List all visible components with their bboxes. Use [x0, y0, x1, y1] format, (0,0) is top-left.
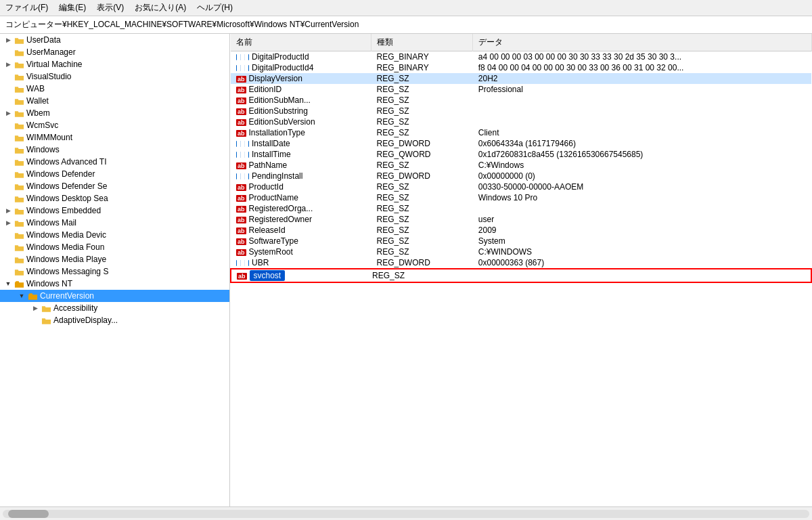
ab-icon: ab	[236, 108, 246, 115]
tree-item-22[interactable]: ▶ Accessibility	[0, 302, 229, 314]
reg-type-cell: REG_SZ	[371, 214, 473, 225]
reg-name: PendingInstall	[252, 171, 302, 181]
tree-item-21[interactable]: ▼ CurrentVersion	[0, 290, 229, 302]
reg-type-cell: REG_SZ	[371, 225, 473, 236]
table-row[interactable]: abEditionSubstringREG_SZ	[231, 106, 811, 116]
tree-panel[interactable]: ▶ UserData UserManager ▶ Virtual Machine…	[0, 34, 230, 506]
bottom-scrollbar[interactable]	[0, 506, 812, 520]
tree-arrow[interactable]: ▼	[3, 278, 14, 289]
menu-favorites[interactable]: お気に入り(A)	[135, 2, 186, 14]
table-row[interactable]: abPathNameREG_SZC:¥Windows	[231, 160, 811, 171]
main-container: ▶ UserData UserManager ▶ Virtual Machine…	[0, 34, 812, 506]
menu-help[interactable]: ヘルプ(H)	[197, 2, 233, 14]
reg-data-cell: f8 04 00 00 04 00 00 00 30 00 33 00 36 0…	[473, 62, 811, 73]
tree-item-20[interactable]: ▼ Windows NT	[0, 278, 229, 290]
reg-type-cell: REG_SZ	[371, 160, 473, 171]
tree-item-12[interactable]: Windows Defender Se	[0, 180, 229, 192]
table-row[interactable]: abEditionSubVersionREG_SZ	[231, 116, 811, 127]
tree-item-14[interactable]: ▶ Windows Embedded	[0, 204, 229, 217]
reg-name-cell: abSoftwareType	[231, 236, 371, 246]
tree-arrow-empty	[3, 95, 14, 106]
tree-item-1[interactable]: UserManager	[0, 46, 229, 58]
tree-item-11[interactable]: Windows Defender	[0, 168, 229, 180]
tree-item-6[interactable]: ▶ Wbem	[0, 107, 229, 119]
tree-item-2[interactable]: ▶ Virtual Machine	[0, 58, 229, 70]
tree-item-0[interactable]: ▶ UserData	[0, 34, 229, 46]
binary-icon: ███	[236, 141, 249, 147]
tree-arrow[interactable]: ▶	[30, 303, 41, 313]
ab-icon: ab	[236, 228, 246, 234]
table-row[interactable]: abEditionSubMan...REG_SZ	[231, 95, 811, 106]
tree-item-17[interactable]: Windows Media Foun	[0, 241, 229, 253]
tree-label: Wallet	[26, 96, 49, 106]
tree-item-4[interactable]: WAB	[0, 83, 229, 95]
reg-data-cell: System	[473, 236, 811, 246]
reg-data-cell	[473, 116, 811, 127]
reg-name: EditionID	[249, 85, 282, 94]
folder-icon	[14, 242, 24, 253]
tree-label: Windows Messaging S	[26, 267, 108, 276]
table-row[interactable]: abInstallationTypeREG_SZClient	[231, 127, 811, 138]
registry-table: 名前 種類 データ ███DigitalProductIdREG_BINARYa…	[230, 34, 812, 283]
scrollbar-track[interactable]	[3, 510, 809, 518]
registry-panel[interactable]: 名前 種類 データ ███DigitalProductIdREG_BINARYa…	[230, 34, 812, 506]
table-row[interactable]: abDisplayVersionREG_SZ20H2	[231, 73, 811, 84]
tree-item-5[interactable]: Wallet	[0, 95, 229, 107]
col-header-data[interactable]: データ	[473, 34, 811, 51]
table-row[interactable]: abSystemRootREG_SZC:¥WINDOWS	[231, 246, 811, 257]
menu-edit[interactable]: 編集(E)	[59, 2, 86, 14]
col-header-name[interactable]: 名前	[231, 34, 371, 51]
scrollbar-thumb[interactable]	[8, 510, 49, 518]
tree-arrow[interactable]: ▶	[3, 217, 14, 228]
table-row[interactable]: ███InstallTimeREG_QWORD0x1d7260831c8a455…	[231, 149, 811, 160]
reg-name: RegisteredOrga...	[249, 204, 313, 213]
folder-icon	[41, 315, 51, 326]
tree-item-18[interactable]: Windows Media Playe	[0, 253, 229, 265]
reg-name-cell: ███DigitalProductId	[231, 51, 371, 63]
tree-item-8[interactable]: WIMMMount	[0, 131, 229, 144]
tree-arrow-empty	[3, 254, 14, 265]
reg-data-cell: 0x00000000 (0)	[473, 171, 811, 181]
tree-arrow[interactable]: ▶	[3, 35, 14, 45]
reg-name-cell: abReleaseId	[231, 225, 371, 236]
menu-view[interactable]: 表示(V)	[97, 2, 124, 14]
tree-label: Windows Mail	[26, 218, 76, 228]
reg-type-cell: REG_SZ	[371, 181, 473, 192]
ab-icon: ab	[236, 76, 246, 83]
ab-icon: ab	[236, 98, 246, 104]
red-box-data	[722, 269, 811, 282]
menu-file[interactable]: ファイル(F)	[5, 2, 48, 14]
table-row[interactable]: abProductNameREG_SZWindows 10 Pro	[231, 192, 811, 203]
table-row[interactable]: ███DigitalProductId4REG_BINARYf8 04 00 0…	[231, 62, 811, 73]
tree-item-16[interactable]: Windows Media Devic	[0, 229, 229, 241]
tree-arrow[interactable]: ▶	[3, 108, 14, 118]
folder-icon	[14, 83, 24, 94]
tree-label: WAB	[26, 84, 45, 93]
table-row[interactable]: ███UBRREG_DWORD0x00000363 (867)	[231, 257, 811, 269]
reg-data-cell: user	[473, 214, 811, 225]
tree-arrow[interactable]: ▶	[3, 205, 14, 216]
tree-item-19[interactable]: Windows Messaging S	[0, 265, 229, 278]
folder-icon	[14, 230, 24, 240]
table-row[interactable]: abSoftwareTypeREG_SZSystem	[231, 236, 811, 246]
table-row[interactable]: ███PendingInstallREG_DWORD0x00000000 (0)	[231, 171, 811, 181]
col-header-type[interactable]: 種類	[371, 34, 473, 51]
address-path: コンピューター¥HKEY_LOCAL_MACHINE¥SOFTWARE¥Micr…	[5, 19, 359, 30]
table-row[interactable]: abRegisteredOwnerREG_SZuser	[231, 214, 811, 225]
tree-item-7[interactable]: WcmSvc	[0, 119, 229, 131]
tree-item-23[interactable]: AdaptiveDisplay...	[0, 314, 229, 326]
tree-item-9[interactable]: Windows	[0, 144, 229, 156]
table-row[interactable]: abRegisteredOrga...REG_SZ	[231, 203, 811, 214]
tree-item-10[interactable]: Windows Advanced TI	[0, 156, 229, 168]
table-row[interactable]: ███InstallDateREG_DWORD0x6064334a (16171…	[231, 138, 811, 149]
reg-name: EditionSubMan...	[249, 95, 311, 105]
tree-item-15[interactable]: ▶ Windows Mail	[0, 217, 229, 229]
table-row[interactable]: abProductIdREG_SZ00330-50000-00000-AAOEM	[231, 181, 811, 192]
table-row[interactable]: abReleaseIdREG_SZ2009	[231, 225, 811, 236]
tree-arrow[interactable]: ▶	[3, 59, 14, 70]
tree-item-3[interactable]: VisualStudio	[0, 70, 229, 83]
tree-arrow[interactable]: ▼	[16, 290, 27, 301]
tree-item-13[interactable]: Windows Desktop Sea	[0, 192, 229, 204]
table-row[interactable]: ███DigitalProductIdREG_BINARYa4 00 00 00…	[231, 51, 811, 63]
table-row[interactable]: abEditionIDREG_SZProfessional	[231, 84, 811, 95]
